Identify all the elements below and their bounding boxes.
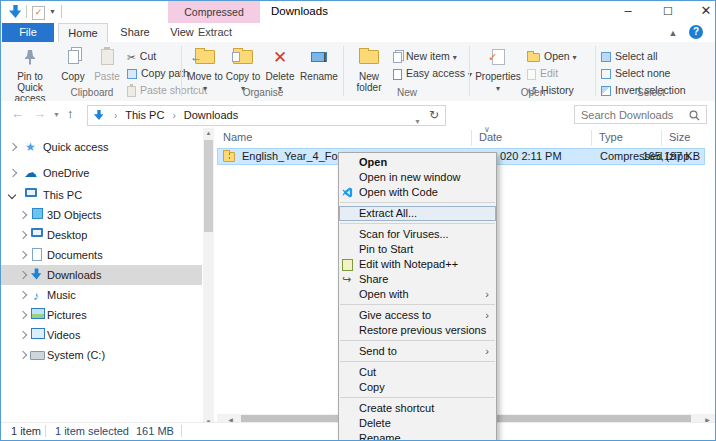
status-separator	[181, 425, 182, 437]
chevron-right-icon[interactable]	[19, 211, 27, 219]
qat-properties-icon[interactable]: ✓	[32, 6, 45, 20]
menu-item-delete[interactable]: Delete	[339, 416, 496, 431]
sidebar-scrollbar[interactable]: ▲ ▼	[203, 128, 214, 426]
tab-extract[interactable]: Extract	[184, 23, 246, 42]
copy-to-icon	[225, 45, 261, 69]
menu-item-share[interactable]: ↪ Share	[339, 272, 496, 287]
sidebar-item-3d-objects[interactable]: 3D Objects	[1, 205, 202, 225]
menu-item-rename[interactable]: Rename	[339, 431, 496, 441]
sidebar-item-videos[interactable]: Videos	[1, 325, 202, 345]
sidebar-item-system-c[interactable]: System (C:)	[1, 345, 202, 365]
sidebar-item-desktop[interactable]: Desktop	[1, 225, 202, 245]
sidebar-item-label: Documents	[47, 249, 103, 261]
nav-history-caret-icon[interactable]: ▼	[53, 111, 60, 118]
menu-item-pin-to-start[interactable]: Pin to Start	[339, 242, 496, 257]
button-label: Delete	[266, 71, 295, 82]
select-none-button[interactable]: Select none	[601, 65, 670, 82]
menu-item-copy[interactable]: Copy	[339, 380, 496, 395]
back-icon[interactable]: ←	[11, 106, 24, 121]
chevron-down-icon[interactable]	[8, 191, 16, 199]
share-icon: ↪	[342, 272, 351, 287]
menu-item-open-with[interactable]: Open with ›	[339, 287, 496, 302]
search-input[interactable]: Search Downloads	[574, 105, 707, 124]
maximize-button[interactable]: ☐	[651, 1, 685, 23]
refresh-icon[interactable]: ↻	[429, 106, 439, 125]
help-icon[interactable]: ?	[689, 25, 703, 39]
menu-item-label: Open with Code	[359, 186, 438, 198]
menu-item-open-in-new-window[interactable]: Open in new window	[339, 170, 496, 185]
menu-item-give-access-to[interactable]: Give access to ›	[339, 308, 496, 323]
crumb-chevron-icon: ›	[167, 110, 180, 121]
menu-item-create-shortcut[interactable]: Create shortcut	[339, 401, 496, 416]
menu-item-edit-with-notepadpp[interactable]: Edit with Notepad++	[339, 257, 496, 272]
column-header-type[interactable]: Type	[599, 131, 623, 143]
sidebar-item-label: Desktop	[47, 229, 87, 241]
menu-item-extract-all[interactable]: Extract All...	[339, 206, 496, 221]
column-header-name[interactable]: Name	[223, 131, 252, 143]
sidebar-item-downloads[interactable]: Downloads	[1, 265, 202, 285]
copy-path-button[interactable]: Copy path	[127, 65, 189, 82]
collapse-ribbon-icon[interactable]: ▲	[665, 26, 681, 40]
menu-item-open-with-code[interactable]: Open with Code	[339, 185, 496, 200]
forward-icon[interactable]: →	[33, 106, 46, 121]
search-placeholder: Search Downloads	[581, 109, 673, 121]
chevron-right-icon[interactable]	[19, 311, 27, 319]
scrollbar-thumb[interactable]	[204, 140, 213, 232]
chevron-right-icon[interactable]	[19, 351, 27, 359]
address-bar[interactable]: › This PC › Downloads ▼ ↻	[87, 105, 446, 126]
copy-path-icon	[127, 69, 137, 79]
sidebar-item-documents[interactable]: Documents	[1, 245, 202, 265]
tab-file[interactable]: File	[2, 23, 54, 42]
chevron-right-icon[interactable]	[19, 231, 27, 239]
chevron-right-icon[interactable]	[19, 331, 27, 339]
sidebar-item-this-pc[interactable]: This PC	[1, 185, 202, 205]
chevron-right-icon[interactable]	[19, 291, 27, 299]
new-item-button[interactable]: New item ▾	[393, 48, 457, 65]
cut-button[interactable]: ✂Cut	[127, 48, 156, 65]
chevron-right-icon[interactable]	[19, 271, 27, 279]
sidebar-item-onedrive[interactable]: ☁ OneDrive	[1, 163, 202, 183]
column-header-size[interactable]: Size	[669, 131, 690, 143]
menu-item-send-to[interactable]: Send to ›	[339, 344, 496, 359]
tab-home[interactable]: Home	[58, 23, 108, 43]
group-label-clipboard: Clipboard	[5, 87, 179, 98]
column-header-date[interactable]: Date	[479, 131, 502, 143]
tab-share[interactable]: Share	[111, 23, 159, 42]
breadcrumb-downloads[interactable]: Downloads	[184, 109, 238, 121]
sidebar-item-music[interactable]: ♪ Music	[1, 285, 202, 305]
qat-customize-icon[interactable]: ▼	[49, 8, 56, 15]
column-separator[interactable]	[591, 130, 592, 146]
menu-item-label: Share	[359, 273, 388, 285]
menu-separator	[340, 223, 495, 224]
close-button[interactable]: ✕	[689, 1, 716, 23]
select-all-button[interactable]: Select all	[601, 48, 658, 65]
group-separator	[181, 46, 182, 96]
group-separator	[469, 46, 470, 96]
up-icon[interactable]: ↑	[67, 106, 74, 121]
column-headers: Name ∨ Date Type Size	[217, 129, 713, 148]
menu-item-open[interactable]: Open	[339, 155, 496, 170]
group-separator	[595, 46, 596, 96]
menu-item-restore-previous-versions[interactable]: Restore previous versions	[339, 323, 496, 338]
edit-button[interactable]: Edit	[527, 65, 558, 82]
minimize-button[interactable]: –	[611, 1, 645, 23]
breadcrumb-this-pc[interactable]: This PC	[125, 109, 164, 121]
chevron-right-icon[interactable]	[9, 169, 17, 177]
menu-item-scan-for-viruses[interactable]: Scan for Viruses...	[339, 227, 496, 242]
pin-icon	[5, 45, 55, 69]
submenu-arrow-icon: ›	[485, 344, 489, 359]
sidebar-item-pictures[interactable]: Pictures	[1, 305, 202, 325]
dropdown-caret: ▾	[453, 53, 457, 62]
column-separator[interactable]	[661, 130, 662, 146]
scroll-up-icon[interactable]: ▲	[203, 130, 214, 136]
title-bar: ✓ ▼ Compressed Folder Tools Downloads – …	[1, 1, 715, 23]
chevron-right-icon[interactable]	[9, 143, 17, 151]
edit-icon	[527, 69, 536, 80]
easy-access-button[interactable]: Easy access ▾	[393, 65, 472, 82]
open-button[interactable]: Open ▾	[527, 48, 577, 65]
column-separator[interactable]	[471, 130, 472, 146]
sidebar-item-quick-access[interactable]: ★ Quick access	[1, 137, 202, 157]
notepadpp-icon	[342, 259, 353, 271]
chevron-right-icon[interactable]	[19, 251, 27, 259]
menu-item-cut[interactable]: Cut	[339, 365, 496, 380]
